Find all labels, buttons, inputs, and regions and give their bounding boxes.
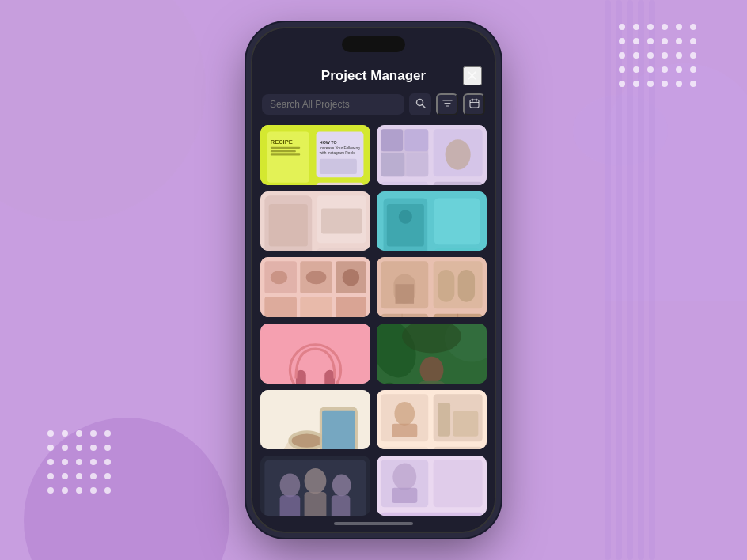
svg-rect-60 — [300, 297, 332, 317]
svg-rect-105 — [453, 411, 478, 436]
svg-rect-5 — [470, 100, 479, 108]
bg-arch-right — [605, 63, 747, 301]
svg-point-49 — [399, 210, 412, 223]
search-icon-button[interactable] — [409, 93, 431, 115]
svg-point-124 — [392, 464, 416, 490]
search-input-wrapper[interactable] — [262, 94, 404, 115]
svg-rect-104 — [438, 403, 450, 437]
app-title: Project Manager — [321, 68, 426, 84]
bg-dots-topright — [619, 24, 700, 90]
filter-button[interactable] — [436, 93, 458, 115]
svg-rect-31 — [404, 129, 428, 151]
svg-rect-97 — [322, 410, 355, 449]
project-card-6[interactable] — [377, 257, 487, 317]
svg-rect-70 — [396, 285, 415, 305]
calendar-icon — [469, 98, 480, 111]
projects-grid: RECIPE HOW TO Increase Your Following — [252, 122, 495, 532]
svg-rect-127 — [381, 513, 482, 516]
app-header: Project Manager ✕ — [252, 60, 495, 90]
calendar-button[interactable] — [463, 93, 485, 115]
project-card-3[interactable] — [260, 191, 370, 252]
search-icon — [415, 98, 426, 111]
svg-point-90 — [420, 357, 444, 384]
svg-rect-115 — [305, 492, 327, 516]
svg-rect-61 — [336, 297, 366, 317]
svg-point-35 — [446, 139, 471, 169]
project-card-8[interactable] — [377, 324, 487, 384]
svg-text:with Instagram Reels: with Instagram Reels — [320, 151, 355, 155]
svg-rect-40 — [269, 204, 308, 246]
svg-rect-74 — [381, 314, 428, 317]
phone-frame: Project Manager ✕ — [251, 27, 496, 533]
svg-point-114 — [305, 468, 327, 494]
phone-notch — [342, 36, 405, 52]
svg-rect-102 — [392, 423, 417, 437]
phone-home-indicator — [334, 522, 413, 525]
svg-rect-126 — [434, 460, 483, 508]
svg-rect-125 — [392, 488, 417, 503]
bg-oval-topright — [573, 95, 668, 166]
svg-text:RECIPE: RECIPE — [271, 138, 293, 146]
svg-rect-12 — [271, 147, 300, 149]
bg-dots-bottomleft — [47, 430, 114, 497]
svg-rect-107 — [434, 446, 483, 449]
svg-rect-23 — [317, 183, 364, 185]
svg-rect-22 — [320, 159, 357, 174]
svg-rect-30 — [381, 129, 403, 151]
svg-point-64 — [271, 271, 287, 284]
project-card-11[interactable]: ⊞ ⊞ — [260, 456, 370, 516]
svg-rect-32 — [381, 153, 404, 176]
svg-rect-72 — [438, 270, 454, 302]
svg-text:HOW TO: HOW TO — [320, 140, 337, 145]
svg-rect-106 — [381, 446, 428, 449]
search-bar — [262, 93, 485, 115]
svg-rect-51 — [434, 198, 480, 244]
phone-screen: Project Manager ✕ — [252, 28, 495, 532]
bg-stripes — [605, 0, 668, 560]
svg-rect-73 — [458, 270, 475, 302]
filter-icon — [442, 98, 453, 111]
project-card-9[interactable] — [260, 390, 370, 450]
svg-rect-50 — [387, 251, 424, 252]
svg-line-1 — [422, 105, 425, 108]
svg-point-112 — [280, 474, 301, 498]
svg-point-101 — [394, 402, 415, 426]
svg-rect-37 — [434, 182, 483, 185]
svg-rect-43 — [317, 248, 366, 251]
project-card-10[interactable] — [377, 390, 487, 450]
svg-rect-44 — [321, 208, 362, 233]
svg-rect-113 — [280, 496, 301, 516]
svg-rect-41 — [269, 251, 308, 252]
bg-circle-bottomleft — [24, 418, 229, 560]
svg-rect-80 — [260, 324, 370, 384]
project-card-5[interactable]: 06-reels-socio... 06-reels-socio... — [260, 257, 370, 317]
bg-circle-topleft — [0, 0, 206, 221]
svg-rect-59 — [264, 297, 297, 317]
svg-rect-13 — [271, 150, 296, 152]
svg-rect-14 — [271, 153, 300, 155]
close-button[interactable]: ✕ — [463, 66, 482, 85]
svg-text:Increase Your Following: Increase Your Following — [320, 146, 360, 150]
project-card-2[interactable] — [377, 125, 487, 185]
svg-point-66 — [343, 269, 359, 286]
svg-point-116 — [332, 475, 351, 497]
svg-rect-117 — [332, 496, 351, 516]
project-card-7[interactable] — [260, 324, 370, 384]
search-input[interactable] — [270, 99, 396, 110]
project-card-1[interactable]: RECIPE HOW TO Increase Your Following — [260, 125, 370, 185]
svg-rect-52 — [434, 248, 480, 251]
svg-rect-36 — [381, 182, 428, 185]
project-card-12[interactable] — [377, 456, 487, 516]
svg-point-95 — [292, 433, 322, 447]
svg-rect-33 — [406, 153, 428, 176]
svg-point-65 — [306, 271, 327, 284]
project-card-4[interactable]: 30% OFF — [377, 191, 487, 252]
